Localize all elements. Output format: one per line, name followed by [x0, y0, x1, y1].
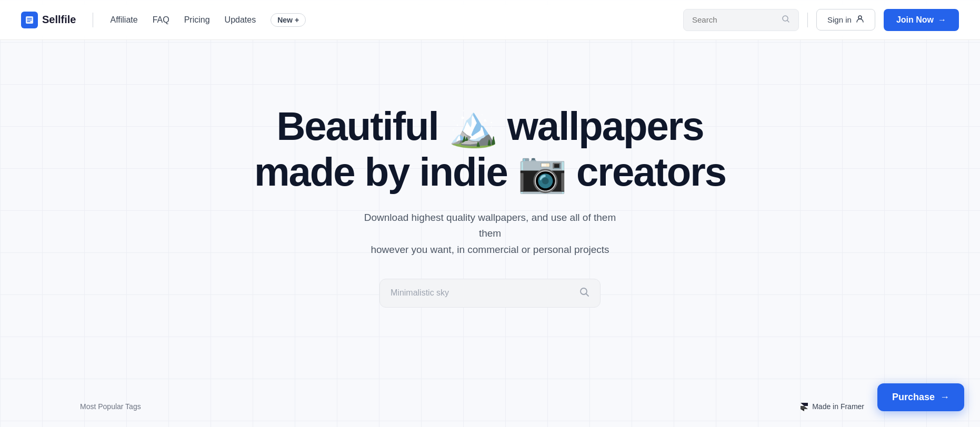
- logo[interactable]: Sellfile: [21, 12, 76, 28]
- nav-updates[interactable]: Updates: [225, 15, 256, 25]
- hero-section: Beautiful 🏔️ wallpapers made by indie 📷 …: [0, 40, 980, 308]
- purchase-arrow: →: [940, 392, 949, 403]
- hero-subtitle-line2: however you want, in commercial or perso…: [371, 244, 609, 255]
- join-now-button[interactable]: Join Now →: [884, 9, 959, 31]
- new-badge-label: New: [277, 16, 293, 24]
- made-in-framer: Made in Framer: [799, 402, 864, 411]
- navbar: Sellfile Affiliate FAQ Pricing Updates N…: [0, 0, 980, 40]
- nav-faq[interactable]: FAQ: [153, 15, 169, 25]
- nav-affiliate[interactable]: Affiliate: [110, 15, 137, 25]
- svg-point-2: [858, 16, 862, 19]
- hero-search-bar: [379, 279, 601, 308]
- purchase-label: Purchase: [892, 392, 935, 403]
- svg-point-3: [581, 288, 587, 294]
- hero-search-input[interactable]: [391, 288, 573, 298]
- navbar-right: Sign in Join Now →: [683, 9, 959, 31]
- navbar-left: Sellfile Affiliate FAQ Pricing Updates N…: [21, 12, 306, 28]
- sign-in-button[interactable]: Sign in: [816, 9, 875, 30]
- hero-subtitle-line1: Download highest quality wallpapers, and…: [364, 212, 616, 239]
- user-icon: [856, 15, 864, 25]
- hero-search-icon: [579, 287, 589, 300]
- hero-subtitle: Download highest quality wallpapers, and…: [353, 210, 627, 258]
- new-badge-icon: +: [295, 16, 299, 24]
- search-input[interactable]: [692, 15, 777, 24]
- popular-tags: Most Popular Tags: [80, 402, 141, 411]
- join-now-arrow: →: [938, 15, 946, 25]
- new-badge[interactable]: New +: [271, 13, 306, 27]
- hero-title: Beautiful 🏔️ wallpapers made by indie 📷 …: [254, 103, 726, 195]
- purchase-button[interactable]: Purchase →: [877, 383, 964, 411]
- search-bar: [683, 9, 799, 31]
- framer-icon: [799, 402, 809, 411]
- search-icon: [782, 15, 790, 25]
- nav-divider: [93, 13, 93, 27]
- hero-title-line1: Beautiful 🏔️ wallpapers: [254, 103, 726, 149]
- popular-tags-label: Most Popular Tags: [80, 402, 141, 411]
- logo-text: Sellfile: [42, 14, 76, 26]
- nav-separator: [807, 13, 808, 27]
- sign-in-label: Sign in: [827, 15, 852, 24]
- made-in-framer-label: Made in Framer: [812, 402, 864, 411]
- nav-links: Affiliate FAQ Pricing Updates New +: [110, 13, 306, 27]
- join-now-label: Join Now: [896, 15, 934, 25]
- nav-pricing[interactable]: Pricing: [184, 15, 210, 25]
- hero-title-line2: made by indie 📷 creators: [254, 149, 726, 195]
- logo-icon: [21, 12, 38, 28]
